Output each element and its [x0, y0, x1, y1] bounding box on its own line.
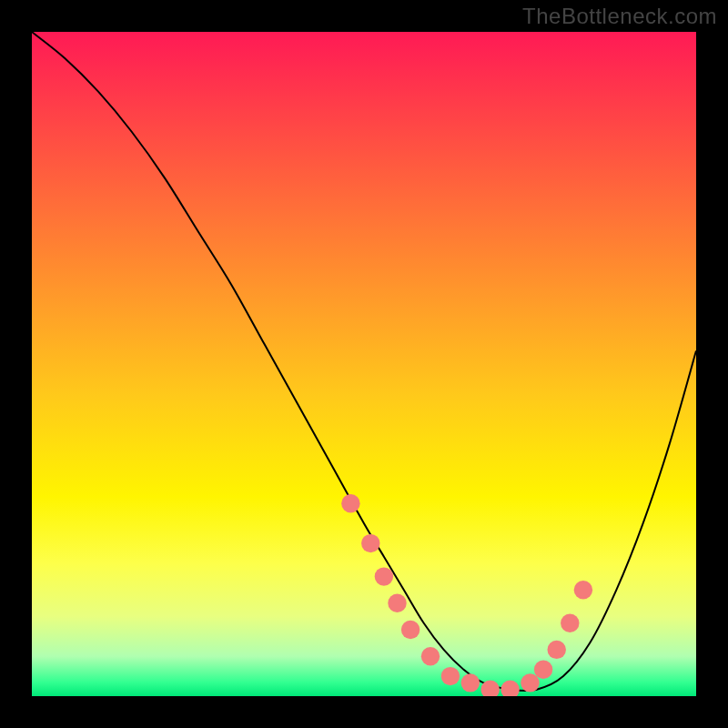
marker-dot: [574, 581, 592, 599]
watermark-text: TheBottleneck.com: [522, 4, 717, 29]
marker-dot: [341, 494, 359, 512]
marker-dot: [388, 594, 406, 612]
marker-dot: [561, 613, 579, 632]
marker-dot: [401, 621, 420, 639]
marker-dot: [547, 641, 565, 659]
marker-dot: [361, 534, 379, 552]
marker-dot: [500, 680, 519, 696]
curve-path: [32, 32, 696, 691]
marker-dot: [441, 667, 460, 685]
marker-dot: [534, 661, 552, 679]
marker-group: [341, 494, 592, 696]
chart-svg: [32, 32, 696, 696]
marker-dot: [461, 673, 480, 692]
marker-dot: [375, 567, 393, 585]
marker-dot: [421, 647, 440, 665]
marker-dot: [521, 673, 539, 692]
plot-area: [32, 32, 696, 696]
